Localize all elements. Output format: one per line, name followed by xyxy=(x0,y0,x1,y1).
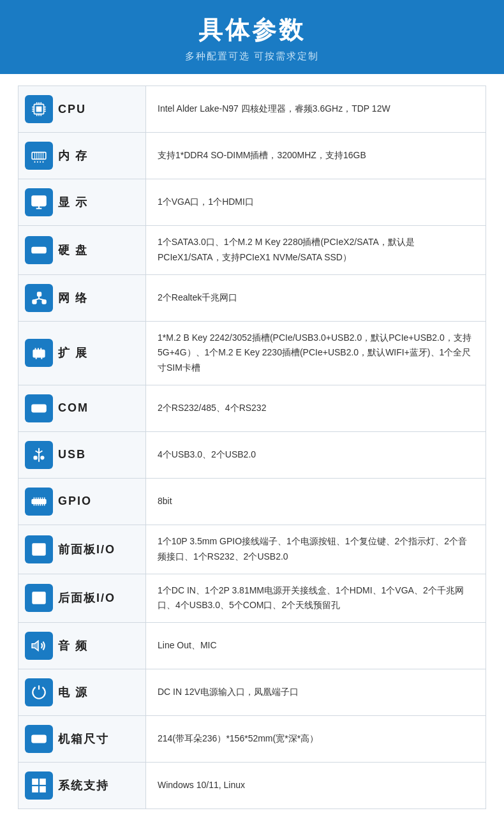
value-cell-expansion: 1*M.2 B Key 2242/3052插槽(PCIe/USB3.0+USB2… xyxy=(146,321,486,385)
label-text-chassis: 机箱尺寸 xyxy=(58,731,109,747)
svg-rect-84 xyxy=(40,786,46,793)
svg-point-45 xyxy=(38,408,40,409)
table-row: 音 频Line Out、MIC xyxy=(19,623,486,669)
value-cell-front-io: 1个10P 3.5mm GPIO接线端子、1个电源按钮、1个复位键、2个指示灯、… xyxy=(146,525,486,574)
label-text-audio: 音 频 xyxy=(58,638,88,653)
label-text-front-io: 前面板I/O xyxy=(58,542,115,557)
label-cell-chassis: 机箱尺寸 xyxy=(19,716,146,763)
label-text-display: 显 示 xyxy=(58,195,88,210)
label-text-rear-io: 后面板I/O xyxy=(58,590,115,606)
audio-icon xyxy=(25,632,53,660)
spec-table: CPUIntel Alder Lake-N97 四核处理器，睿频3.6GHz，T… xyxy=(18,86,486,809)
label-text-memory: 内 存 xyxy=(58,148,88,163)
svg-rect-24 xyxy=(32,196,46,205)
value-cell-display: 1个VGA口，1个HDMI口 xyxy=(146,179,486,226)
svg-rect-37 xyxy=(33,350,44,357)
hdd-icon xyxy=(25,236,53,264)
svg-rect-72 xyxy=(33,593,45,604)
value-cell-network: 2个Realtek千兆网口 xyxy=(146,274,486,321)
label-cell-hdd: 硬 盘 xyxy=(19,226,146,275)
header-title: 具体参数 xyxy=(0,14,504,47)
chassis-icon xyxy=(25,725,53,753)
rear-panel-icon xyxy=(25,584,53,612)
label-cell-front-io: 前面板I/O xyxy=(19,525,146,574)
gpio-icon xyxy=(25,488,53,516)
svg-line-36 xyxy=(39,299,44,300)
memory-icon xyxy=(25,142,53,170)
label-text-gpio: GPIO xyxy=(58,495,92,508)
com-icon xyxy=(25,394,53,422)
label-cell-memory: 内 存 xyxy=(19,133,146,179)
table-row: 电 源DC IN 12V电源输入口，凤凰端子口 xyxy=(19,669,486,716)
svg-line-35 xyxy=(34,299,39,300)
svg-rect-32 xyxy=(38,292,41,295)
label-cell-expansion: 扩 展 xyxy=(19,321,146,385)
label-cell-usb: USB xyxy=(19,431,146,478)
network-icon xyxy=(25,284,53,312)
header-subtitle: 多种配置可选 可按需求定制 xyxy=(0,50,504,63)
label-text-power: 电 源 xyxy=(58,685,88,700)
table-row: GPIO8bit xyxy=(19,478,486,525)
value-cell-chassis: 214(带耳朵236）*156*52mm(宽*深*高） xyxy=(146,716,486,763)
table-row: 前面板I/O1个10P 3.5mm GPIO接线端子、1个电源按钮、1个复位键、… xyxy=(19,525,486,574)
value-cell-rear-io: 1个DC IN、1个2P 3.81MM电源开关接线盒、1个HDMI、1个VGA、… xyxy=(146,574,486,623)
label-text-com: COM xyxy=(58,401,89,415)
cpu-icon xyxy=(25,95,53,123)
table-row: 硬 盘1个SATA3.0口、1个M.2 M Key 2280插槽(PCIeX2/… xyxy=(19,226,486,275)
label-cell-rear-io: 后面板I/O xyxy=(19,574,146,623)
label-cell-power: 电 源 xyxy=(19,669,146,716)
label-cell-cpu: CPU xyxy=(19,86,146,133)
value-cell-os: Windows 10/11, Linux xyxy=(146,763,486,809)
label-cell-os: 系统支持 xyxy=(19,763,146,809)
svg-rect-33 xyxy=(42,300,45,303)
os-icon xyxy=(25,771,53,800)
value-cell-gpio: 8bit xyxy=(146,478,486,525)
table-row: 机箱尺寸214(带耳朵236）*156*52mm(宽*深*高） xyxy=(19,716,486,763)
label-cell-com: COM xyxy=(19,385,146,431)
value-cell-audio: Line Out、MIC xyxy=(146,623,486,669)
display-icon xyxy=(25,188,53,216)
value-cell-cpu: Intel Alder Lake-N97 四核处理器，睿频3.6GHz，TDP … xyxy=(146,86,486,133)
svg-point-46 xyxy=(41,408,43,409)
power-icon xyxy=(25,678,53,706)
table-row: 扩 展1*M.2 B Key 2242/3052插槽(PCIe/USB3.0+U… xyxy=(19,321,486,385)
svg-rect-81 xyxy=(32,779,38,785)
label-text-hdd: 硬 盘 xyxy=(58,242,88,258)
table-row: COM2个RS232/485、4个RS232 xyxy=(19,385,486,431)
table-row: 系统支持Windows 10/11, Linux xyxy=(19,763,486,809)
label-text-network: 网 络 xyxy=(58,290,88,306)
svg-rect-74 xyxy=(40,595,43,597)
value-cell-memory: 支持1*DDR4 SO-DIMM插槽，3200MHZ，支持16GB xyxy=(146,133,486,179)
svg-rect-82 xyxy=(40,779,46,785)
table-row: 网 络2个Realtek千兆网口 xyxy=(19,274,486,321)
value-cell-com: 2个RS232/485、4个RS232 xyxy=(146,385,486,431)
label-cell-display: 显 示 xyxy=(19,179,146,226)
svg-rect-73 xyxy=(35,595,38,597)
label-text-usb: USB xyxy=(58,448,86,461)
svg-rect-55 xyxy=(32,500,46,504)
svg-marker-76 xyxy=(32,641,38,651)
label-cell-network: 网 络 xyxy=(19,274,146,321)
table-row: 显 示1个VGA口，1个HDMI口 xyxy=(19,179,486,226)
header: 具体参数 多种配置可选 可按需求定制 xyxy=(0,0,504,74)
table-row: 后面板I/O1个DC IN、1个2P 3.81MM电源开关接线盒、1个HDMI、… xyxy=(19,574,486,623)
table-row: 内 存支持1*DDR4 SO-DIMM插槽，3200MHZ，支持16GB xyxy=(19,133,486,179)
svg-point-29 xyxy=(42,249,44,251)
value-cell-hdd: 1个SATA3.0口、1个M.2 M Key 2280插槽(PCIeX2/SAT… xyxy=(146,226,486,275)
usb-icon xyxy=(25,441,53,469)
svg-point-44 xyxy=(35,408,36,409)
table-row: CPUIntel Alder Lake-N97 四核处理器，睿频3.6GHz，T… xyxy=(19,86,486,133)
svg-rect-83 xyxy=(32,786,38,793)
label-cell-audio: 音 频 xyxy=(19,623,146,669)
value-cell-usb: 4个USB3.0、2个USB2.0 xyxy=(146,431,486,478)
table-row: USB4个USB3.0、2个USB2.0 xyxy=(19,431,486,478)
svg-point-27 xyxy=(34,198,36,200)
svg-rect-1 xyxy=(36,107,42,112)
label-text-expansion: 扩 展 xyxy=(58,345,88,361)
label-cell-gpio: GPIO xyxy=(19,478,146,525)
front-panel-icon xyxy=(25,535,53,563)
expansion-icon xyxy=(25,339,53,367)
label-text-os: 系统支持 xyxy=(58,778,109,793)
value-cell-power: DC IN 12V电源输入口，凤凰端子口 xyxy=(146,669,486,716)
svg-rect-31 xyxy=(33,300,36,303)
